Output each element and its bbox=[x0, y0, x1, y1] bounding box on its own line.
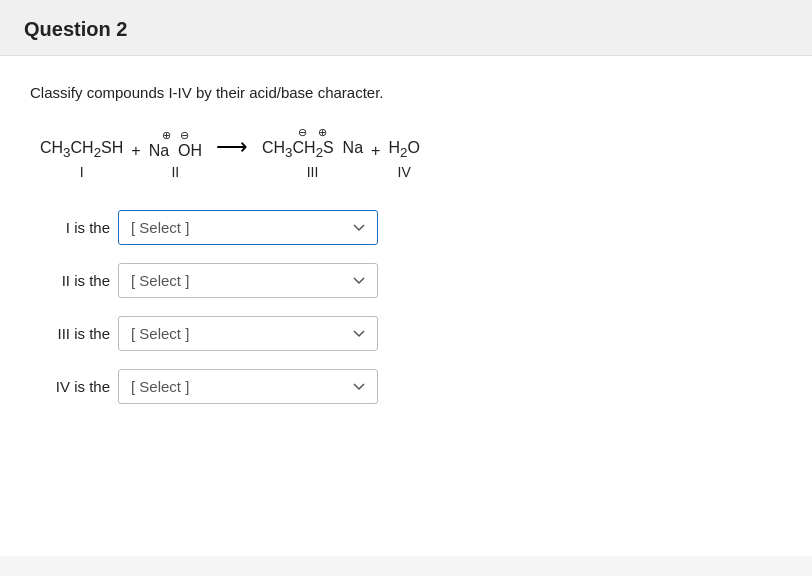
dropdown-label-III: III is the bbox=[30, 325, 110, 342]
dropdown-select-III[interactable]: [ Select ] acid base conjugate acid conj… bbox=[118, 316, 378, 351]
compound-I: ​ CH3CH2SH I bbox=[40, 123, 123, 180]
compound-III-formula: CH3CH2S Na bbox=[262, 139, 363, 160]
dropdown-row-III: III is the [ Select ] acid base conjugat… bbox=[30, 316, 782, 351]
dropdown-select-II[interactable]: [ Select ] acid base conjugate acid conj… bbox=[118, 263, 378, 298]
dropdown-row-IV: IV is the [ Select ] acid base conjugate… bbox=[30, 369, 782, 404]
compound-III-label: III bbox=[307, 164, 319, 180]
compound-II-formula: Na OH bbox=[149, 142, 202, 160]
plus-2: + bbox=[363, 142, 388, 180]
reaction-arrow: ⟶ bbox=[202, 134, 262, 180]
compound-II-label: II bbox=[171, 164, 179, 180]
dropdown-select-I[interactable]: [ Select ] acid base conjugate acid conj… bbox=[118, 210, 378, 245]
compound-I-label: I bbox=[80, 164, 84, 180]
dropdown-row-I: I is the [ Select ] acid base conjugate … bbox=[30, 210, 782, 245]
content-area: Classify compounds I-IV by their acid/ba… bbox=[0, 56, 812, 556]
plus-1: + bbox=[123, 142, 148, 180]
equation-area: ​ CH3CH2SH I + ⊕ ⊖ Na OH II ⟶ ⊖ bbox=[30, 123, 782, 180]
compound-IV-formula: H2O bbox=[388, 139, 419, 160]
compound-III: ⊖ ⊕ CH3CH2S Na III bbox=[262, 123, 363, 180]
dropdown-select-IV[interactable]: [ Select ] acid base conjugate acid conj… bbox=[118, 369, 378, 404]
dropdown-label-I: I is the bbox=[30, 219, 110, 236]
question-text: Classify compounds I-IV by their acid/ba… bbox=[30, 84, 782, 101]
dropdown-label-II: II is the bbox=[30, 272, 110, 289]
compound-I-formula: CH3CH2SH bbox=[40, 139, 123, 160]
compound-II: ⊕ ⊖ Na OH II bbox=[149, 126, 202, 180]
dropdown-row-II: II is the [ Select ] acid base conjugate… bbox=[30, 263, 782, 298]
compound-IV: ​ H2O IV bbox=[388, 123, 419, 180]
question-title: Question 2 bbox=[24, 18, 788, 41]
compound-IV-label: IV bbox=[398, 164, 411, 180]
dropdown-label-IV: IV is the bbox=[30, 378, 110, 395]
header: Question 2 bbox=[0, 0, 812, 56]
